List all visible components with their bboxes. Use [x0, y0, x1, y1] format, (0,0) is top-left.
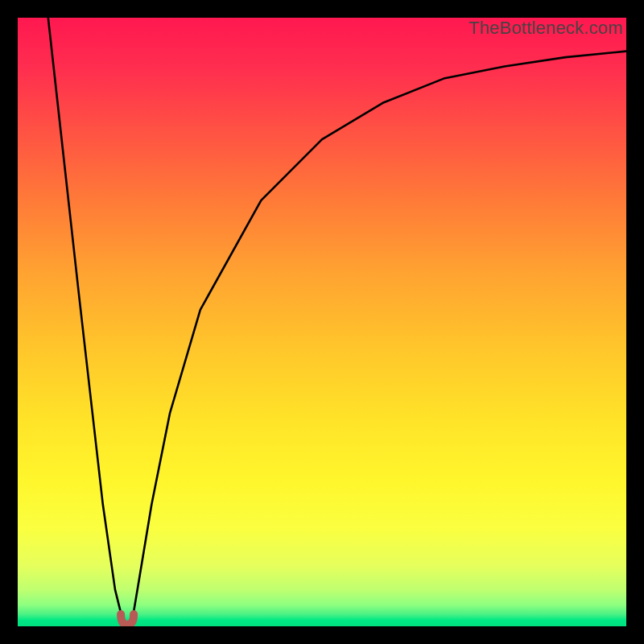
chart-svg — [18, 18, 626, 626]
plot-frame: TheBottleneck.com — [18, 18, 626, 626]
bottleneck-curve — [48, 18, 626, 626]
curve-notch-icon — [121, 614, 134, 625]
